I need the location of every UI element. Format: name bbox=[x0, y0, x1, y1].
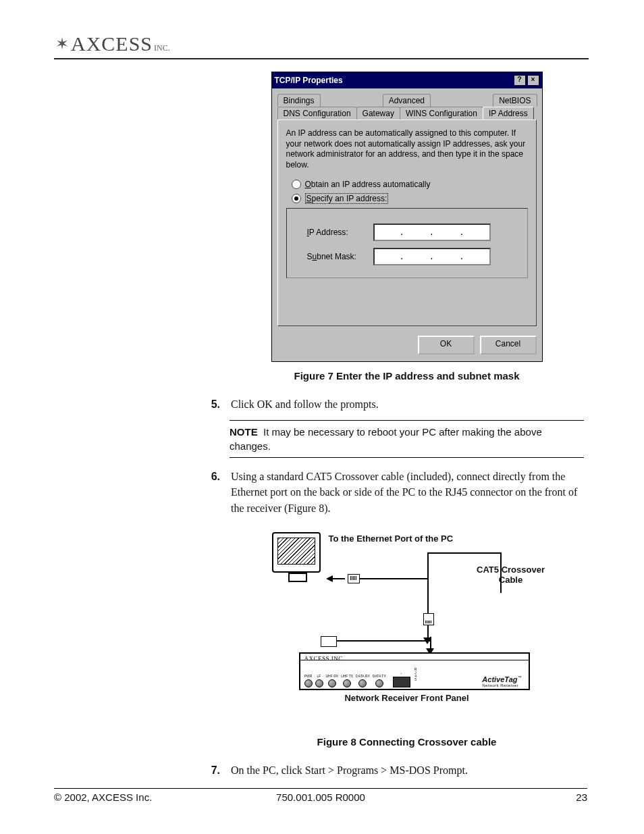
ip-fields-group: IP Address: ... Subnet Mask: ... bbox=[286, 208, 528, 278]
note-label: NOTE bbox=[230, 426, 258, 438]
receiver-product-label: ActiveTag™ Network Receiver bbox=[482, 675, 524, 687]
radio-icon bbox=[292, 194, 301, 203]
note-box: NOTE It may be necessary to reboot your … bbox=[230, 420, 584, 458]
logo-suffix: INC. bbox=[154, 43, 170, 53]
tab-advanced[interactable]: Advanced bbox=[383, 94, 431, 107]
logo-text: AXCESS bbox=[71, 32, 153, 55]
pc-monitor-icon bbox=[272, 532, 321, 573]
step-6-text: Using a standard CAT5 Crossover cable (i… bbox=[231, 469, 584, 516]
step-5-number: 5. bbox=[207, 396, 220, 412]
titlebar-close-button[interactable]: × bbox=[527, 75, 539, 86]
tcpip-properties-dialog: TCP/IP Properties ? × Bindings Advanced … bbox=[271, 72, 543, 362]
cancel-button[interactable]: Cancel bbox=[480, 336, 537, 355]
led-icon bbox=[343, 679, 351, 687]
tab-dns-configuration[interactable]: DNS Configuration bbox=[277, 107, 357, 120]
panel-description: An IP address can be automatically assig… bbox=[286, 128, 528, 170]
led-icon bbox=[315, 679, 323, 687]
header-logo: ✶AXCESSINC. bbox=[54, 32, 589, 59]
tabs-row-1: Bindings Advanced NetBIOS bbox=[277, 94, 537, 107]
led-icon bbox=[328, 679, 336, 687]
figure-8-diagram: To the Ethernet Port of the PC CAT5 Cros… bbox=[259, 525, 556, 728]
led-icon bbox=[375, 679, 383, 687]
page-footer: © 2002, AXCESS Inc. 750.001.005 R0000 23 bbox=[54, 788, 587, 803]
radio-obtain-label: Obtain an IP address automatically bbox=[305, 180, 431, 189]
figure-8-caption: Figure 8 Connecting Crossover cable bbox=[230, 736, 584, 748]
cable-path bbox=[430, 637, 431, 649]
ethernet-port-label: To the Ethernet Port of the PC bbox=[329, 533, 454, 544]
rj45-plug-icon bbox=[423, 613, 434, 625]
tab-gateway[interactable]: Gateway bbox=[356, 107, 400, 120]
ip-address-label: IP Address: bbox=[307, 228, 361, 237]
tabs-row-2: DNS Configuration Gateway WINS Configura… bbox=[277, 107, 537, 120]
tab-ip-address[interactable]: IP Address bbox=[483, 107, 534, 120]
subnet-mask-input[interactable]: ... bbox=[373, 248, 491, 265]
dialog-titlebar: TCP/IP Properties ? × bbox=[272, 72, 542, 88]
dialog-title: TCP/IP Properties bbox=[275, 76, 343, 85]
subnet-mask-label: Subnet Mask: bbox=[307, 252, 361, 261]
cable-connector-icon bbox=[321, 636, 337, 647]
cable-path bbox=[427, 552, 502, 554]
logo-star-icon: ✶ bbox=[55, 34, 70, 53]
cable-path bbox=[427, 578, 429, 613]
radio-icon bbox=[292, 180, 301, 189]
footer-docnum: 750.001.005 R0000 bbox=[54, 791, 587, 803]
network-receiver-panel: AXCESS INC. PWR LF UHF RX UHF TX DATA RX… bbox=[299, 652, 530, 690]
step-7-text: On the PC, click Start > Programs > MS-D… bbox=[231, 762, 584, 778]
arrow-left-icon bbox=[326, 575, 333, 582]
rj45-port-icon bbox=[393, 677, 410, 687]
step-7-number: 7. bbox=[207, 762, 220, 778]
tab-netbios[interactable]: NetBIOS bbox=[493, 94, 537, 107]
led-icon bbox=[304, 679, 313, 687]
step-6-number: 6. bbox=[207, 469, 220, 516]
rj45-port-label: RJ45 bbox=[414, 668, 417, 681]
ok-button[interactable]: OK bbox=[418, 336, 475, 355]
radio-specify-ip[interactable]: Specify an IP address: bbox=[292, 193, 528, 204]
receiver-leds: PWR LF UHF RX UHF TX DATA RX DATA TX bbox=[304, 675, 386, 687]
ip-address-input[interactable]: ... bbox=[373, 224, 491, 241]
cable-path bbox=[427, 552, 429, 579]
led-icon bbox=[358, 679, 367, 687]
cat5-cable-label: CAT5 Crossover Cable bbox=[466, 565, 556, 585]
front-panel-caption: Network Receiver Front Panel bbox=[259, 693, 556, 703]
radio-obtain-auto[interactable]: Obtain an IP address automatically bbox=[292, 180, 528, 189]
figure-7-caption: Figure 7 Enter the IP address and subnet… bbox=[230, 370, 584, 382]
step-5-text: Click OK and follow the prompts. bbox=[231, 396, 584, 412]
cable-path bbox=[360, 578, 427, 579]
tab-bindings[interactable]: Bindings bbox=[277, 94, 321, 107]
ethernet-port-icon bbox=[348, 574, 360, 583]
receiver-port-dot: · bbox=[401, 671, 402, 676]
ip-address-panel: An IP address can be automatically assig… bbox=[277, 120, 537, 326]
tab-wins-configuration[interactable]: WINS Configuration bbox=[400, 107, 483, 120]
radio-specify-label: Specify an IP address: bbox=[305, 193, 389, 204]
cable-path bbox=[427, 625, 429, 637]
note-text: It may be necessary to reboot your PC af… bbox=[230, 426, 542, 452]
titlebar-help-button[interactable]: ? bbox=[514, 75, 526, 86]
